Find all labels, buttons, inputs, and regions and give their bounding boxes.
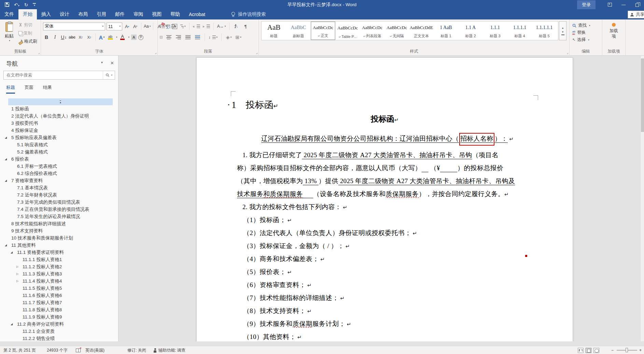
multilevel-list-icon[interactable]: ▾ bbox=[179, 23, 186, 30]
nav-heading-item[interactable]: ◢6 报价表 bbox=[0, 155, 118, 163]
format-painter-button[interactable]: 格式刷 bbox=[18, 38, 40, 45]
ribbon-tab-0[interactable]: 文件 bbox=[0, 9, 18, 19]
document-text-line[interactable]: （其中，增值税税率为 13% ）提供 2025 年度二级物资 A27 大类油管吊… bbox=[237, 177, 515, 186]
enclose-characters-icon[interactable]: 字 bbox=[138, 35, 143, 40]
style-item-1[interactable]: AaBbC副标题 bbox=[286, 22, 311, 40]
document-text-line[interactable]: （1）投标函； ↵ bbox=[243, 216, 292, 224]
document-text-line[interactable]: 1. 我方已仔细研究了 2025 年度二级物资 A27 大类油管吊卡、抽油杆吊卡… bbox=[242, 151, 499, 160]
expand-icon[interactable]: ▷ bbox=[16, 263, 18, 270]
nav-heading-item[interactable]: 9 技术支持资料 bbox=[0, 227, 118, 234]
restore-icon[interactable] bbox=[630, 0, 644, 9]
ribbon-tab-4[interactable]: 布局 bbox=[74, 9, 92, 19]
document-centered-title[interactable]: 投标函↵ bbox=[197, 114, 573, 124]
track-changes-indicator[interactable]: 修订: 关闭 bbox=[127, 346, 146, 354]
document-text-line[interactable]: （2）法定代表人（单位负责人）身份证明或授权委托书； ↵ bbox=[243, 229, 417, 237]
strikethrough-icon[interactable]: abc bbox=[69, 33, 75, 41]
document-text-line[interactable]: 2. 我方的投标文件包括下列内容： ↵ bbox=[242, 203, 347, 212]
style-item-3[interactable]: AaBbCcDc↵Table P... bbox=[335, 22, 360, 40]
nav-heading-item[interactable]: 11.1.7 投标人资格7 bbox=[0, 299, 118, 306]
nav-jump-to-top-item[interactable]: ▴ bbox=[8, 98, 113, 105]
page-indicator[interactable]: 第 2 页, 共 251 页 bbox=[3, 346, 36, 354]
expand-icon[interactable]: ▷ bbox=[16, 277, 18, 285]
line-spacing-icon[interactable]: ↕▾ bbox=[209, 33, 218, 41]
document-text-line[interactable]: 称）采购招标项目招标文件的全部内容，愿意以人民币（大写） （¥ ）的投标总报价 bbox=[237, 164, 503, 173]
ribbon-tab-6[interactable]: 邮件 bbox=[111, 9, 129, 19]
ribbon-tab-8[interactable]: 视图 bbox=[148, 9, 166, 19]
nav-heading-item[interactable]: ◢7 资格审查资料 bbox=[0, 177, 118, 184]
paragraph-dialog-launcher-icon[interactable]: ⌟ bbox=[256, 51, 257, 54]
nav-heading-item[interactable]: ▷11.1.4 投标人资格4 bbox=[0, 277, 118, 285]
increase-indent-icon[interactable]: » bbox=[202, 23, 210, 30]
zoom-in-button[interactable]: + bbox=[639, 346, 642, 354]
nav-heading-item[interactable]: 6.2 综合报价表格式 bbox=[0, 170, 118, 177]
collapse-icon[interactable]: ◢ bbox=[11, 321, 13, 328]
nav-heading-item[interactable]: ◢11 其他资料 bbox=[0, 242, 118, 249]
document-text-line[interactable]: （10）其他资料； ↵ bbox=[243, 332, 302, 341]
nav-heading-item[interactable]: 7.5 近年发生的诉讼及仲裁情况 bbox=[0, 213, 118, 220]
find-button[interactable]: 查找▾ bbox=[570, 22, 602, 29]
nav-heading-item[interactable]: ◢11.2 商务评分证明资料 bbox=[0, 321, 118, 328]
sign-in-button[interactable]: 登录 bbox=[577, 0, 596, 9]
collapse-icon[interactable]: ◢ bbox=[5, 242, 7, 249]
nav-heading-item[interactable]: 1 投标函 bbox=[0, 105, 118, 112]
nav-heading-item[interactable]: 11.1.1 投标人资格1 bbox=[0, 256, 118, 263]
document-text-line[interactable]: 技术服务和质保期服务 （设备名称及技术服务和质保期服务），并按合同约定履行义务。… bbox=[237, 190, 509, 199]
collapse-icon[interactable]: ◢ bbox=[5, 177, 7, 184]
document-text-line[interactable]: （7）技术性能指标的详细描述； ↵ bbox=[243, 294, 345, 302]
style-item-6[interactable]: AaBbCcDdE正文文本 bbox=[409, 22, 434, 40]
distribute-icon[interactable] bbox=[194, 33, 201, 41]
style-item-9[interactable]: 1.1.1标题 3 bbox=[483, 22, 507, 40]
nav-heading-item[interactable]: 8 技术性能指标的详细描述 bbox=[0, 220, 118, 227]
document-page[interactable]: ▪1投标函↵ 投标函↵ 辽河石油勘探局有限公司物资分公司招标机构：辽河油田招标中… bbox=[196, 57, 573, 341]
collapse-icon[interactable]: ◢ bbox=[5, 134, 7, 141]
document-text-line[interactable]: （5）报价表； ↵ bbox=[243, 268, 292, 276]
subscript-icon[interactable]: X2 bbox=[77, 33, 84, 41]
ribbon-tab-5[interactable]: 引用 bbox=[92, 9, 111, 19]
nav-heading-item[interactable]: 7.4 正在供货和新承接的项目情况表 bbox=[0, 206, 118, 213]
show-hide-marks-icon[interactable]: ¶ bbox=[242, 23, 249, 30]
bullets-icon[interactable]: ▾ bbox=[160, 23, 167, 30]
nav-heading-item[interactable]: 3 授权委托书 bbox=[0, 120, 118, 127]
nav-heading-item[interactable]: 11.2.2 销售业绩 bbox=[0, 335, 118, 341]
collapse-icon[interactable]: ◢ bbox=[11, 249, 13, 256]
navigation-options-chevron-icon[interactable]: ▾ bbox=[101, 60, 103, 66]
ribbon-tab-3[interactable]: 设计 bbox=[55, 9, 74, 19]
nav-tab-1[interactable]: 页面 bbox=[25, 84, 33, 94]
replace-button[interactable]: abac 替换 bbox=[570, 29, 602, 36]
zoom-slider-thumb[interactable] bbox=[626, 348, 628, 352]
nav-heading-item[interactable]: 4 投标保证金 bbox=[0, 127, 118, 134]
shrink-font-icon[interactable]: A▾ bbox=[132, 23, 139, 30]
expand-icon[interactable]: ▷ bbox=[16, 270, 18, 277]
document-text-line[interactable]: （8）技术支持资料； ↵ bbox=[243, 307, 311, 315]
ribbon-tab-7[interactable]: 审阅 bbox=[129, 9, 148, 19]
web-layout-icon[interactable] bbox=[593, 348, 599, 353]
heading-1[interactable]: ▪1投标函↵ bbox=[228, 99, 278, 111]
vertical-scrollbar-thumb[interactable] bbox=[641, 58, 644, 132]
style-item-2[interactable]: AaBbCcDc↵正文 bbox=[311, 22, 335, 40]
document-text-line[interactable]: （6）资格审查资料； ↵ bbox=[243, 281, 311, 289]
nav-heading-item[interactable]: 11.1.8 投标人资格8 bbox=[0, 306, 118, 313]
superscript-icon[interactable]: X2 bbox=[86, 33, 93, 41]
accessibility-indicator[interactable]: 辅助功能: 调查 bbox=[153, 346, 185, 354]
align-center-icon[interactable] bbox=[165, 33, 172, 41]
nav-heading-item[interactable]: 5.1 响应表格式 bbox=[0, 141, 118, 148]
style-item-4[interactable]: AaBbCcDc↵列表段落 bbox=[360, 22, 384, 40]
sort-icon[interactable]: AZ↓ bbox=[233, 23, 240, 30]
nav-heading-item[interactable]: 10 技术服务和质保期服务计划 bbox=[0, 234, 118, 242]
nav-heading-item[interactable]: 7.2 近年财务状况表 bbox=[0, 191, 118, 199]
align-left-icon[interactable] bbox=[160, 36, 163, 39]
styles-dialog-launcher-icon[interactable]: ⌟ bbox=[567, 51, 568, 54]
navigation-close-icon[interactable]: ✕ bbox=[110, 60, 114, 66]
nav-heading-item[interactable]: 11.1.5 投标人资格5 bbox=[0, 285, 118, 292]
asian-layout-icon[interactable]: A↔▾ bbox=[217, 23, 226, 30]
document-text-line[interactable]: 辽河石油勘探局有限公司物资分公司招标机构：辽河油田招标中心（招标人名称）： ↵ bbox=[261, 134, 514, 143]
print-layout-icon[interactable] bbox=[586, 348, 591, 353]
nav-heading-item[interactable]: ◢5 投标响应表及偏差表 bbox=[0, 134, 118, 141]
word-count[interactable]: 24933 个字 bbox=[47, 346, 68, 354]
cut-button[interactable]: 剪切 bbox=[18, 22, 40, 28]
language-indicator[interactable]: 英语(美国) bbox=[85, 346, 104, 354]
numbering-icon[interactable]: ▾ bbox=[169, 23, 177, 30]
ribbon-tab-2[interactable]: 插入 bbox=[37, 9, 55, 19]
nav-heading-item[interactable]: 11.1.9 投标人资格9 bbox=[0, 313, 118, 321]
nav-heading-item[interactable]: ▷11.1.3 投标人资格3 bbox=[0, 270, 118, 277]
